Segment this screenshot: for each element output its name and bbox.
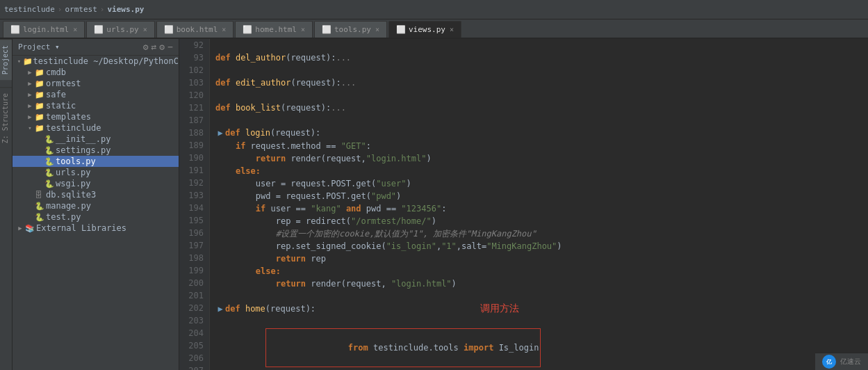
tree-item-db[interactable]: 🗄 db.sqlite3: [13, 189, 179, 200]
tab-close-login-html[interactable]: ×: [73, 26, 77, 33]
py-file-icon: 🐍: [35, 202, 46, 211]
tab-label: views.py: [409, 25, 445, 34]
tab-home-html[interactable]: ⬜ home.html ×: [235, 21, 313, 38]
sync-icon[interactable]: ⇄: [152, 42, 157, 52]
tree-item-tools[interactable]: 🐍 tools.py: [13, 156, 179, 167]
tree-label: testinclude: [46, 123, 101, 133]
folder-icon: 📁: [35, 90, 46, 99]
tabs-bar: ⬜ login.html × ⬜ urls.py × ⬜ book.html ×…: [0, 19, 868, 39]
tree-item-init[interactable]: 🐍 __init__.py: [13, 134, 179, 145]
annotation-label: 调用方法: [480, 303, 519, 314]
tree-label: manage.py: [46, 201, 91, 211]
project-label: Project ▾: [18, 42, 60, 51]
main-layout: Project Z: Structure Project ▾ ⚙ ⇄ ⚙ − ▾…: [0, 39, 868, 370]
code-line-120: [215, 89, 862, 102]
tab-urls-py[interactable]: ⬜ urls.py ×: [86, 21, 154, 38]
expand-arrow[interactable]: ▾: [25, 124, 35, 131]
brand-name: 亿速云: [840, 357, 861, 367]
tab-label: tools.py: [334, 25, 371, 34]
file-tree-panel: Project ▾ ⚙ ⇄ ⚙ − ▾ 📁 testinclude ~/Desk…: [13, 39, 179, 370]
tree-item-wsgi[interactable]: 🐍 wsgi.py: [13, 178, 179, 189]
line-numbers: 92 93 102 103 120 121 187 188 189 190 19…: [179, 39, 210, 370]
tree-item-testinclude-sub[interactable]: ▾ 📁 testinclude: [13, 122, 179, 134]
py-file-icon: ⬜: [94, 25, 104, 34]
expand-arrow[interactable]: ▶: [25, 69, 35, 76]
breadcrumb-sep-2: ›: [100, 5, 105, 14]
breadcrumb-item-3[interactable]: views.py: [107, 5, 144, 14]
folder-icon: 📁: [35, 102, 46, 111]
breadcrumb-item-1[interactable]: testinclude: [4, 5, 55, 14]
tree-label: External Libraries: [36, 223, 126, 233]
tab-views-py[interactable]: ⬜ views.py ×: [388, 21, 461, 38]
tree-item-ormtest[interactable]: ▶ 📁 ormtest: [13, 78, 179, 89]
folder-icon: 📁: [23, 57, 33, 66]
tree-item-static[interactable]: ▶ 📁 static: [13, 100, 179, 111]
tree-item-settings[interactable]: 🐍 settings.py: [13, 145, 179, 156]
code-line-193: pwd = request.POST.get("pwd"): [215, 190, 862, 202]
expand-arrow[interactable]: ▶: [25, 113, 35, 120]
tree-item-safe[interactable]: ▶ 📁 safe: [13, 89, 179, 100]
tree-label: __init__.py: [56, 134, 110, 144]
tree-label: testinclude ~/Desktop/PythonC: [33, 56, 179, 66]
gear-icon[interactable]: ⚙: [159, 42, 165, 52]
code-line-196: #设置一个加密的cookie,默认值为"1", 加密条件"MingKangZho…: [215, 227, 862, 240]
tree-label: tools.py: [56, 156, 96, 166]
breadcrumb: testinclude › ormtest › views.py: [4, 5, 144, 14]
expand-arrow[interactable]: ▶: [15, 225, 25, 232]
code-line-189: if request.method == "GET":: [215, 140, 862, 152]
code-line-198: return rep: [215, 252, 862, 265]
tree-item-test[interactable]: 🐍 test.py: [13, 211, 179, 223]
expand-arrow[interactable]: ▶: [25, 80, 35, 87]
sidebar-tab-structure[interactable]: Z: Structure: [0, 87, 12, 149]
folder-icon: 📁: [35, 79, 46, 88]
tab-close-urls-py[interactable]: ×: [143, 26, 147, 33]
tab-close-views-py[interactable]: ×: [450, 26, 454, 33]
settings-icon[interactable]: ⚙: [143, 42, 149, 52]
code-content[interactable]: def del_author(request):... def edit_aut…: [210, 39, 868, 370]
code-line-190: return render(request,"login.html"): [215, 152, 862, 165]
tree-label: ormtest: [46, 79, 81, 88]
expand-arrow[interactable]: ▾: [15, 58, 23, 65]
folder-icon: 📁: [35, 68, 46, 77]
folder-icon: 📁: [35, 113, 46, 122]
logo-text: 亿: [826, 358, 832, 366]
code-line-192: user = request.POST.get("user"): [215, 177, 862, 190]
py-file-icon: 🐍: [44, 135, 56, 144]
tab-label: login.html: [23, 25, 69, 34]
tab-book-html[interactable]: ⬜ book.html ×: [156, 21, 234, 38]
sidebar-tab-project[interactable]: Project: [0, 39, 12, 80]
tree-item-cmdb[interactable]: ▶ 📁 cmdb: [13, 67, 179, 78]
py-file-icon: 🐍: [44, 157, 56, 166]
tree-item-urls[interactable]: 🐍 urls.py: [13, 167, 179, 178]
tab-login-html[interactable]: ⬜ login.html ×: [3, 21, 85, 38]
code-line-203: from testinclude.tools import Is_login: [215, 316, 862, 370]
tab-close-tools-py[interactable]: ×: [375, 26, 379, 33]
code-editor[interactable]: 92 93 102 103 120 121 187 188 189 190 19…: [179, 39, 868, 370]
breadcrumb-item-2[interactable]: ormtest: [65, 5, 97, 14]
tree-item-testinclude-root[interactable]: ▾ 📁 testinclude ~/Desktop/PythonC: [13, 56, 179, 67]
tab-label: book.html: [177, 25, 218, 34]
tree-item-templates[interactable]: ▶ 📁 templates: [13, 111, 179, 122]
ext-lib-icon: 📚: [25, 224, 36, 233]
code-line-201: [215, 290, 862, 303]
code-line-188: ▶def login(request):: [215, 127, 862, 140]
tab-close-home-html[interactable]: ×: [301, 26, 305, 33]
yiyun-logo: 亿: [822, 355, 836, 369]
expand-arrow[interactable]: ▶: [25, 102, 35, 109]
tab-tools-py[interactable]: ⬜ tools.py ×: [314, 21, 387, 38]
tree-label: test.py: [46, 212, 81, 222]
code-line-92: [215, 39, 862, 51]
code-line-194: if user == "kang" and pwd == "123456":: [215, 202, 862, 215]
expand-arrow[interactable]: ▶: [25, 91, 35, 98]
html-file-icon: ⬜: [10, 25, 20, 34]
py-file-icon: 🐍: [44, 168, 56, 177]
tree-label: wsgi.py: [56, 179, 91, 188]
code-line-197: rep.set_signed_cookie("is_login","1",sal…: [215, 240, 862, 252]
py-file-icon-active: ⬜: [396, 25, 406, 34]
tree-item-manage[interactable]: 🐍 manage.py: [13, 200, 179, 211]
tab-close-book-html[interactable]: ×: [222, 26, 226, 33]
tree-item-external-libs[interactable]: ▶ 📚 External Libraries: [13, 223, 179, 234]
tab-label: home.html: [255, 25, 297, 34]
tree-label: cmdb: [46, 67, 66, 77]
collapse-icon[interactable]: −: [167, 42, 173, 52]
